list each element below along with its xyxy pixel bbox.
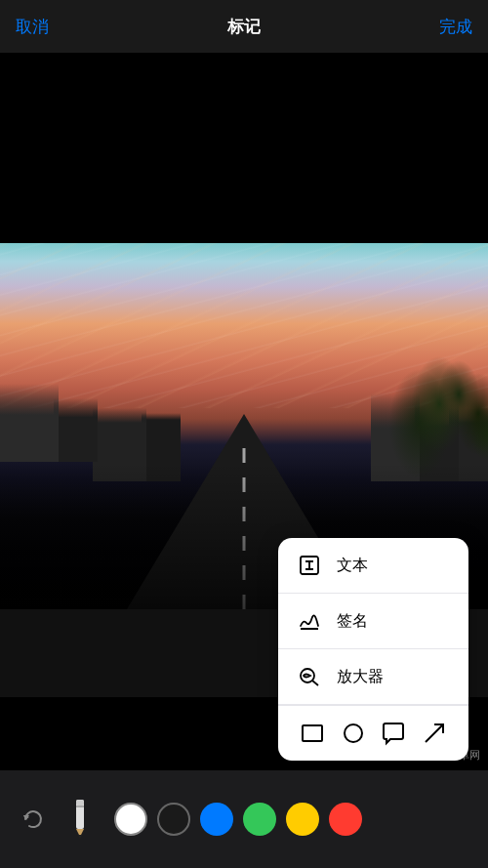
watermark: 火牛安卓网: [427, 748, 480, 763]
color-red[interactable]: [329, 803, 362, 836]
done-button[interactable]: 完成: [439, 16, 472, 38]
circle-shape-button[interactable]: [338, 718, 369, 749]
text-label: 文本: [337, 556, 368, 576]
undo-button[interactable]: [12, 798, 55, 841]
text-icon: [296, 552, 323, 579]
header: 取消 标记 完成: [0, 0, 488, 53]
color-black[interactable]: [157, 803, 190, 836]
pencil-tool-button[interactable]: [59, 798, 102, 841]
svg-marker-13: [78, 835, 82, 839]
color-white[interactable]: [114, 803, 147, 836]
svg-line-6: [312, 681, 318, 685]
svg-line-9: [426, 724, 443, 742]
black-top-area: [0, 53, 488, 243]
arrow-shape-button[interactable]: [419, 718, 450, 749]
svg-rect-7: [303, 725, 322, 741]
magnifier-label: 放大器: [337, 667, 384, 687]
signature-label: 签名: [337, 611, 368, 632]
cancel-button[interactable]: 取消: [16, 16, 49, 38]
menu-item-magnifier[interactable]: 放大器: [278, 649, 468, 705]
color-yellow[interactable]: [286, 803, 319, 836]
magnifier-icon: [296, 663, 323, 690]
svg-marker-10: [23, 815, 29, 820]
menu-item-signature[interactable]: 签名: [278, 594, 468, 649]
signature-icon: [296, 607, 323, 635]
svg-point-8: [345, 724, 362, 742]
annotation-popup-menu: 文本 签名 放大器: [278, 538, 468, 761]
page-title: 标记: [227, 16, 261, 38]
color-blue[interactable]: [200, 803, 233, 836]
speech-bubble-shape-button[interactable]: [378, 718, 409, 749]
svg-rect-14: [76, 800, 84, 806]
rect-shape-button[interactable]: [297, 718, 328, 749]
color-green[interactable]: [243, 803, 276, 836]
svg-rect-15: [76, 806, 84, 807]
menu-item-text[interactable]: 文本: [278, 538, 468, 594]
drawing-toolbar: [0, 770, 488, 868]
